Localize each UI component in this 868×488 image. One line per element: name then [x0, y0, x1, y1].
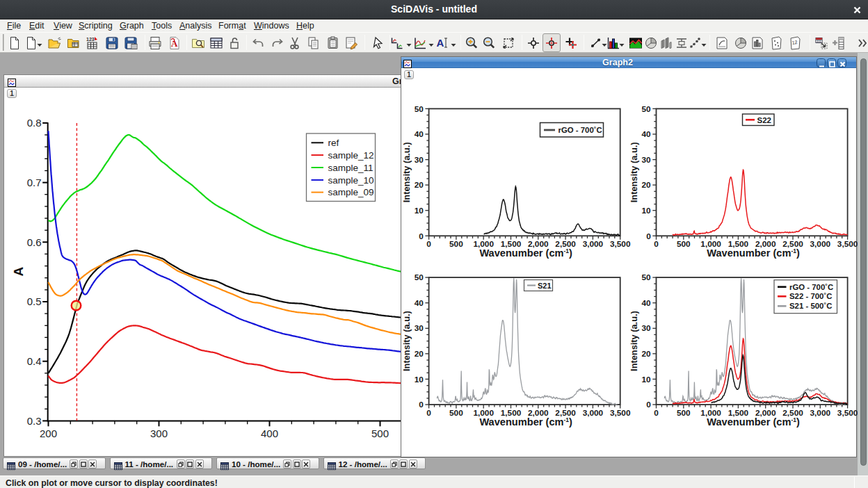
svg-text:123: 123 [86, 37, 95, 42]
svg-text:0: 0 [646, 231, 651, 241]
svg-text:Intensity (a.u.): Intensity (a.u.) [629, 142, 639, 202]
svg-text:3,500: 3,500 [610, 408, 631, 418]
svg-text:400: 400 [261, 428, 278, 439]
svg-text:20: 20 [415, 180, 424, 190]
svg-text:Intensity (a.u.): Intensity (a.u.) [629, 311, 639, 371]
svg-text:3,500: 3,500 [837, 239, 858, 249]
svg-text:40: 40 [642, 298, 652, 308]
svg-text:S22 - 700˚C: S22 - 700˚C [789, 292, 832, 300]
svg-text:30: 30 [415, 155, 424, 165]
svg-text:0: 0 [426, 408, 431, 418]
svg-text:S21: S21 [538, 282, 552, 290]
svg-text:0: 0 [654, 408, 659, 418]
svg-text:Wavenumber (cm-1): Wavenumber (cm-1) [707, 247, 800, 259]
svg-text:3,000: 3,000 [583, 408, 604, 418]
svg-text:ref: ref [328, 138, 339, 148]
svg-text:500: 500 [677, 239, 691, 249]
svg-text:40: 40 [415, 129, 424, 139]
svg-text:rGO - 700˚C: rGO - 700˚C [789, 283, 833, 291]
svg-text:200: 200 [40, 428, 57, 439]
svg-text:10: 10 [415, 375, 424, 384]
svg-text:0.3: 0.3 [27, 415, 42, 427]
svg-text:12: 12 [791, 40, 798, 45]
svg-text:sample_10: sample_10 [328, 175, 374, 186]
svg-text:50: 50 [415, 273, 424, 282]
svg-text:50: 50 [642, 104, 652, 114]
svg-text:sample_11: sample_11 [328, 163, 373, 173]
svg-text:0.6: 0.6 [27, 236, 42, 248]
svg-text:20: 20 [642, 349, 652, 359]
svg-text:500: 500 [677, 408, 691, 418]
svg-text:A: A [11, 266, 26, 276]
svg-text:50: 50 [642, 273, 652, 282]
svg-text:S22: S22 [757, 116, 771, 124]
svg-text:Wavenumber (cm-1): Wavenumber (cm-1) [479, 416, 572, 428]
svg-text:0.8: 0.8 [27, 117, 42, 129]
svg-text:Wavenumber (cm-1): Wavenumber (cm-1) [707, 416, 800, 428]
svg-text:0: 0 [419, 231, 424, 241]
svg-text:Intensity (a.u.): Intensity (a.u.) [402, 311, 412, 371]
svg-text:0.7: 0.7 [27, 177, 42, 188]
svg-text:3,000: 3,000 [810, 408, 831, 418]
svg-text:30: 30 [415, 323, 424, 333]
svg-text:500: 500 [449, 408, 463, 418]
svg-text:Wavenumber (cm-1): Wavenumber (cm-1) [479, 247, 572, 259]
svg-text:10: 10 [642, 206, 652, 215]
svg-text:0: 0 [426, 239, 431, 249]
svg-text:3,000: 3,000 [810, 239, 831, 249]
svg-text:300: 300 [150, 428, 168, 439]
svg-text:40: 40 [642, 129, 652, 139]
svg-text:20: 20 [642, 180, 652, 190]
svg-text:500: 500 [449, 239, 463, 249]
svg-text:10: 10 [415, 206, 424, 215]
svg-text:Intensity (a.u.): Intensity (a.u.) [402, 142, 412, 202]
svg-text:3,000: 3,000 [583, 239, 604, 249]
svg-text:10: 10 [642, 375, 652, 384]
svg-text:30: 30 [642, 155, 652, 165]
svg-text:A: A [437, 37, 444, 49]
svg-text:0: 0 [654, 239, 659, 249]
svg-text:sample_09: sample_09 [328, 187, 374, 197]
svg-text:0.4: 0.4 [27, 355, 42, 367]
svg-text:0: 0 [646, 400, 651, 409]
svg-text:500: 500 [371, 428, 389, 439]
svg-text:50: 50 [415, 104, 424, 114]
svg-text:20: 20 [415, 349, 424, 359]
svg-text:3,500: 3,500 [610, 239, 631, 249]
svg-text:0.5: 0.5 [27, 295, 42, 307]
svg-text:3,500: 3,500 [837, 408, 858, 418]
svg-text:rGO - 700˚C: rGO - 700˚C [558, 126, 602, 134]
svg-text:30: 30 [642, 323, 652, 333]
svg-text:sample_12: sample_12 [328, 150, 374, 161]
svg-text:S21 - 500˚C: S21 - 500˚C [789, 302, 832, 310]
svg-text:0: 0 [419, 400, 424, 409]
svg-text:40: 40 [415, 298, 424, 308]
